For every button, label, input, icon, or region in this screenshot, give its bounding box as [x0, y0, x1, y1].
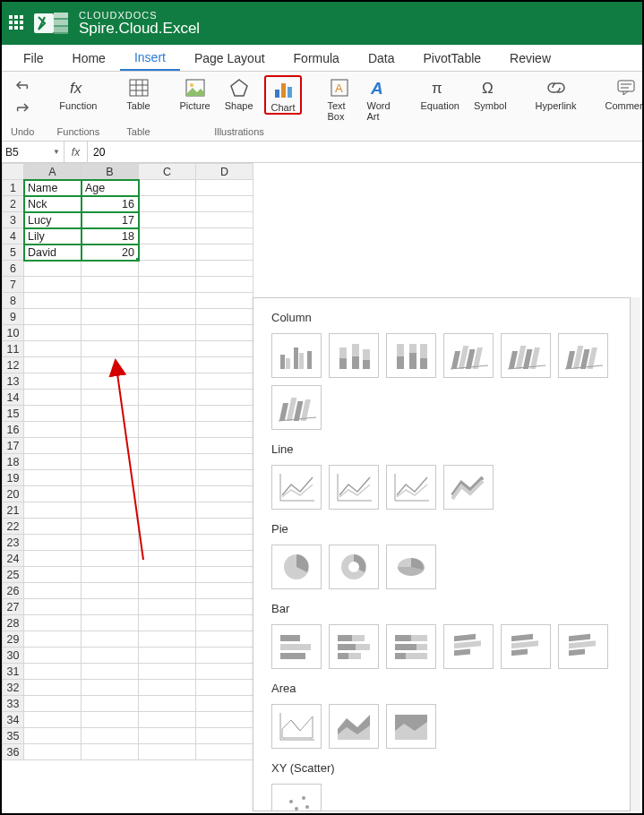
cell-A6[interactable] [24, 261, 82, 277]
chart-type-pie[interactable] [271, 545, 322, 589]
cell-A29[interactable] [24, 631, 82, 648]
chart-type-3d-stacked-column[interactable] [501, 333, 551, 378]
cell-C27[interactable] [139, 599, 196, 615]
cell-C21[interactable] [139, 502, 196, 519]
cell-C16[interactable] [139, 422, 196, 438]
chart-type-3d-column[interactable] [271, 385, 322, 430]
cell-D2[interactable] [196, 196, 253, 212]
cell-A34[interactable] [24, 712, 82, 728]
select-all-corner[interactable] [3, 164, 24, 180]
chart-type-stacked-area[interactable] [329, 704, 379, 749]
row-header-29[interactable]: 29 [3, 631, 24, 648]
equation-button[interactable]: π Equation [416, 75, 462, 113]
cell-A4[interactable]: Lily [24, 228, 82, 244]
col-header-D[interactable]: D [196, 164, 253, 180]
cell-B17[interactable] [82, 438, 139, 454]
tab-data[interactable]: Data [354, 45, 409, 71]
cell-B26[interactable] [82, 583, 139, 599]
cell-A22[interactable] [24, 519, 82, 535]
cell-C14[interactable] [139, 390, 196, 406]
cell-B28[interactable] [82, 615, 139, 631]
cell-B29[interactable] [82, 631, 139, 648]
cell-B19[interactable] [82, 470, 139, 486]
row-header-2[interactable]: 2 [3, 196, 24, 212]
row-header-10[interactable]: 10 [3, 325, 24, 341]
cell-D14[interactable] [196, 390, 253, 406]
cell-C36[interactable] [139, 744, 196, 760]
cell-B13[interactable] [82, 373, 139, 390]
cell-A15[interactable] [24, 406, 82, 422]
cell-B23[interactable] [82, 535, 139, 551]
row-header-26[interactable]: 26 [3, 583, 24, 599]
cell-A8[interactable] [24, 293, 82, 309]
row-header-23[interactable]: 23 [3, 535, 24, 551]
row-header-15[interactable]: 15 [3, 406, 24, 422]
cell-C20[interactable] [139, 486, 196, 502]
redo-button[interactable] [14, 101, 30, 116]
cell-C33[interactable] [139, 696, 196, 712]
chart-type-clustered-column[interactable] [271, 333, 322, 378]
cell-D27[interactable] [196, 599, 253, 615]
row-header-21[interactable]: 21 [3, 502, 24, 519]
chart-type-100-stacked-bar[interactable] [386, 624, 436, 669]
cell-B2[interactable]: 16 [82, 196, 139, 212]
cell-A5[interactable]: David [24, 244, 82, 261]
row-header-18[interactable]: 18 [3, 454, 24, 470]
cell-B5[interactable]: 20 [82, 244, 139, 261]
cell-C2[interactable] [139, 196, 196, 212]
formula-input[interactable] [88, 146, 642, 159]
row-header-9[interactable]: 9 [3, 309, 24, 325]
cell-D4[interactable] [196, 228, 253, 244]
cell-A12[interactable] [24, 357, 82, 373]
cell-A9[interactable] [24, 309, 82, 325]
cell-D11[interactable] [196, 341, 253, 357]
row-header-24[interactable]: 24 [3, 551, 24, 567]
cell-B7[interactable] [82, 277, 139, 293]
cell-C31[interactable] [139, 664, 196, 680]
chart-type-stacked-bar[interactable] [329, 624, 379, 669]
cell-D12[interactable] [196, 357, 253, 373]
cell-A26[interactable] [24, 583, 82, 599]
row-header-4[interactable]: 4 [3, 228, 24, 244]
cell-C22[interactable] [139, 519, 196, 535]
function-button[interactable]: fx Function [56, 75, 100, 113]
cell-D35[interactable] [196, 728, 253, 744]
cell-D33[interactable] [196, 696, 253, 712]
row-header-36[interactable]: 36 [3, 744, 24, 760]
chart-type-area[interactable] [271, 704, 322, 749]
cell-D1[interactable] [196, 180, 253, 196]
col-header-A[interactable]: A [24, 164, 82, 180]
row-header-20[interactable]: 20 [3, 486, 24, 502]
undo-button[interactable] [14, 79, 30, 94]
cell-B11[interactable] [82, 341, 139, 357]
cell-A16[interactable] [24, 422, 82, 438]
cell-D26[interactable] [196, 583, 253, 599]
row-header-17[interactable]: 17 [3, 438, 24, 454]
cell-A7[interactable] [24, 277, 82, 293]
cell-B14[interactable] [82, 390, 139, 406]
cell-B27[interactable] [82, 599, 139, 615]
cell-D6[interactable] [196, 261, 253, 277]
cell-A27[interactable] [24, 599, 82, 615]
cell-C10[interactable] [139, 325, 196, 341]
row-header-7[interactable]: 7 [3, 277, 24, 293]
row-header-28[interactable]: 28 [3, 615, 24, 631]
chart-type-3d-pie[interactable] [386, 545, 436, 589]
cell-B33[interactable] [82, 696, 139, 712]
cell-D21[interactable] [196, 502, 253, 519]
cell-B3[interactable]: 17 [82, 212, 139, 228]
cell-A13[interactable] [24, 373, 82, 390]
col-header-B[interactable]: B [82, 164, 139, 180]
cell-A2[interactable]: Nck [24, 196, 82, 212]
cell-B12[interactable] [82, 357, 139, 373]
cell-A17[interactable] [24, 438, 82, 454]
row-header-33[interactable]: 33 [3, 696, 24, 712]
cell-A32[interactable] [24, 680, 82, 696]
cell-B1[interactable]: Age [82, 180, 139, 196]
cell-A36[interactable] [24, 744, 82, 760]
cell-A1[interactable]: Name [24, 180, 82, 196]
cell-D30[interactable] [196, 648, 253, 664]
cell-A25[interactable] [24, 567, 82, 583]
cell-C25[interactable] [139, 567, 196, 583]
tab-file[interactable]: File [9, 45, 58, 71]
